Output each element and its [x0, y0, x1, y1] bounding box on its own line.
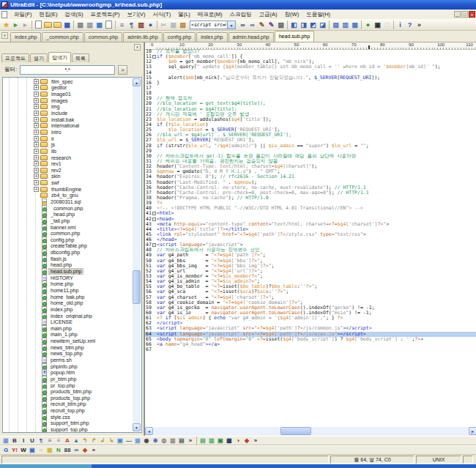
- filter-input[interactable]: [20, 65, 115, 75]
- tree-file-news_top.php[interactable]: news_top.php: [3, 351, 133, 357]
- tree-folder-thumbEngine[interactable]: +thumbEngine: [3, 186, 133, 193]
- toolbar-overflow-icon[interactable]: »: [414, 20, 424, 29]
- expand-icon[interactable]: +: [34, 98, 39, 103]
- tree-folder-film_spec[interactable]: +film_spec: [3, 78, 133, 85]
- tree-folder-img[interactable]: +img: [3, 104, 133, 111]
- browser-view-icon[interactable]: ●: [363, 20, 373, 29]
- syntax-combo-input[interactable]: [190, 21, 228, 29]
- sidebar-tab-열기[interactable]: 열기: [30, 53, 48, 62]
- expand-icon[interactable]: +: [34, 161, 39, 166]
- menu-item-6[interactable]: 서식(T): [149, 11, 175, 18]
- code-line-57[interactable]: 57var g4_charset = "<?=$g4['charset']?>"…: [145, 295, 476, 300]
- code-line-38[interactable]: 38header("Pragma: no-cache"); // HTTP/1.…: [145, 196, 476, 201]
- tree-file-home_old.php[interactable]: home_old.php: [3, 300, 133, 306]
- file-tab-admin.head.php[interactable]: admin.head.php: [228, 32, 274, 42]
- combo-dropdown-icon[interactable]: ▼: [228, 21, 236, 29]
- sidebar-tab-탐색기[interactable]: 탐색기: [48, 52, 71, 62]
- palette-icon[interactable]: ◑: [234, 437, 242, 445]
- code-line-43[interactable]: 43<meta http-equiv="content-type" conten…: [145, 222, 476, 227]
- code-line-46[interactable]: 46</head>: [145, 237, 476, 242]
- new-doc-icon[interactable]: [104, 20, 114, 29]
- msdn-icon[interactable]: ◆: [81, 446, 89, 454]
- find-icon[interactable]: ∞: [238, 20, 248, 29]
- tree-file-head.php[interactable]: head.php: [3, 262, 133, 269]
- expand-icon[interactable]: +: [34, 174, 39, 179]
- code-line-35[interactable]: 35header("Last-Modified: " . $gmnow);: [145, 180, 476, 185]
- forward-green-icon[interactable]: ►: [11, 20, 21, 29]
- print-doc-icon[interactable]: ▤: [276, 20, 286, 29]
- insert-table-icon[interactable]: ▦: [1, 437, 10, 445]
- eyes-icon[interactable]: ∞: [72, 446, 81, 454]
- expand-icon[interactable]: +: [34, 104, 39, 109]
- code-area[interactable]: 10// 쪽지를 받았나?11-if ($member['mb_memo_cal…: [145, 49, 476, 427]
- paste-icon[interactable]: ▤: [178, 20, 187, 29]
- menu-item-5[interactable]: 보기(V): [124, 11, 149, 18]
- tree-file-createTable.php[interactable]: createTable.php: [3, 243, 133, 250]
- column-mode-icon[interactable]: ≡: [117, 20, 127, 29]
- google-icon[interactable]: G: [1, 446, 10, 454]
- ascii-table-icon[interactable]: 88: [63, 446, 72, 454]
- bullet-list-icon[interactable]: ≡: [45, 437, 54, 445]
- naver-icon[interactable]: N: [54, 446, 63, 454]
- tree-file-news_btm.php[interactable]: news_btm.php: [3, 344, 133, 351]
- mdi-restore-icon[interactable]: □: [461, 11, 468, 18]
- code-line-37[interactable]: 37header("Cache-Control: pre-check=0, po…: [145, 190, 476, 196]
- tree-file-main_1.php[interactable]: main_1.php: [3, 332, 133, 338]
- file-tab-index.php[interactable]: index.php: [196, 32, 227, 42]
- menu-item-8[interactable]: 매크로(M): [194, 11, 226, 18]
- code-line-53[interactable]: 53var g4_is_member = "<?=$is_member?>";: [145, 274, 476, 279]
- tree-folder-ir[interactable]: +ir: [3, 135, 133, 142]
- code-line-21[interactable]: 21//$lo_location = $g4[title];: [145, 107, 476, 112]
- code-line-47[interactable]: 47-<script language="javascript">: [145, 242, 476, 248]
- tree-folder-rev1[interactable]: +rev1: [3, 160, 133, 167]
- tree-file-products_top.php[interactable]: products_top.php: [3, 395, 133, 401]
- menu-item-7[interactable]: 열(L): [174, 11, 194, 18]
- code-line-67[interactable]: 67: [145, 347, 476, 352]
- code-line-55[interactable]: 55var g4_bo_table = "<?=isset($bo_table)…: [145, 284, 476, 289]
- move-up-icon[interactable]: ↲: [98, 437, 107, 445]
- tree-folder-images[interactable]: +images: [3, 97, 133, 104]
- wordfile-icon[interactable]: ▥: [136, 20, 146, 29]
- anchor-icon[interactable]: ⊕: [151, 437, 160, 445]
- expand-icon[interactable]: +: [34, 92, 39, 97]
- code-line-54[interactable]: 54var g4_is_admin = "<?=$is_admin?>";: [145, 279, 476, 284]
- code-line-48[interactable]: 48// 자바스크립트에서 사용하는 전역변수 선언: [145, 248, 476, 253]
- tree-file-support_btm.php[interactable]: support_btm.php: [3, 420, 133, 427]
- tree-file-index.php[interactable]: index.php: [3, 306, 133, 313]
- code-line-36[interactable]: 36header("Cache-Control: no-store, no-ca…: [145, 185, 476, 190]
- code-line-14[interactable]: 14: [145, 70, 476, 75]
- editor[interactable]: 0102030405060708090100110 10// 쪽지를 받았나?1…: [144, 42, 476, 436]
- tree-folder-include[interactable]: +include: [3, 110, 133, 116]
- target-icon[interactable]: ◎: [160, 437, 168, 445]
- window-layout-3-icon[interactable]: ◩: [308, 20, 318, 29]
- tree-folder-intro[interactable]: +intro: [3, 129, 133, 135]
- group-overflow-icon[interactable]: »: [251, 437, 260, 445]
- menu-item-4[interactable]: 프로젝트(P): [87, 11, 124, 18]
- code-line-25[interactable]: 25 $lo_location = $_SERVER['REQUEST_URI'…: [145, 127, 476, 133]
- code-line-29[interactable]: 29: [145, 149, 476, 154]
- save-icon[interactable]: ▦: [62, 20, 72, 29]
- file-tab-index.php[interactable]: index.php: [10, 32, 41, 42]
- find-in-files-icon[interactable]: ∞: [248, 20, 257, 29]
- mdi-minimize-icon[interactable]: _: [454, 11, 461, 18]
- preview-icon[interactable]: ▣: [216, 437, 225, 445]
- tree-file-banner.xml[interactable]: banner.xml: [3, 224, 133, 231]
- tree-file-pr_btm.php[interactable]: pr_btm.php: [3, 376, 133, 382]
- help-icon[interactable]: ?: [405, 20, 414, 29]
- expand-icon[interactable]: +: [34, 79, 39, 84]
- yahoo-icon[interactable]: Y!: [10, 446, 19, 454]
- media-icon[interactable]: ▤: [177, 437, 186, 445]
- code-line-30[interactable]: 30// 자바스크립트에서 go(-1) 함수를 쓰면 폼값이 사라질때 해당 …: [145, 154, 476, 159]
- scroll-left-icon[interactable]: ◄: [145, 427, 153, 435]
- tree-folder-research[interactable]: +research: [3, 155, 133, 161]
- split-horizontal-icon[interactable]: ▤: [331, 20, 341, 29]
- code-line-27[interactable]: 27$lo_url = $_SERVER['REQUEST_URI'];: [145, 138, 476, 143]
- code-line-16[interactable]: 16}: [145, 81, 476, 86]
- code-line-44[interactable]: 44<title><?=$g4['title']?></title>: [145, 227, 476, 232]
- tree-file-recruit_btm.php[interactable]: recruit_btm.php: [3, 401, 133, 408]
- tree-file-pr_top.php[interactable]: pr_top.php: [3, 382, 133, 389]
- menu-item-3[interactable]: 검색(S): [62, 11, 87, 18]
- tree-file-dbconfig.php[interactable]: dbconfig.php: [3, 249, 133, 256]
- expand-icon[interactable]: +: [34, 130, 39, 135]
- outdent-icon[interactable]: ↱: [89, 437, 98, 445]
